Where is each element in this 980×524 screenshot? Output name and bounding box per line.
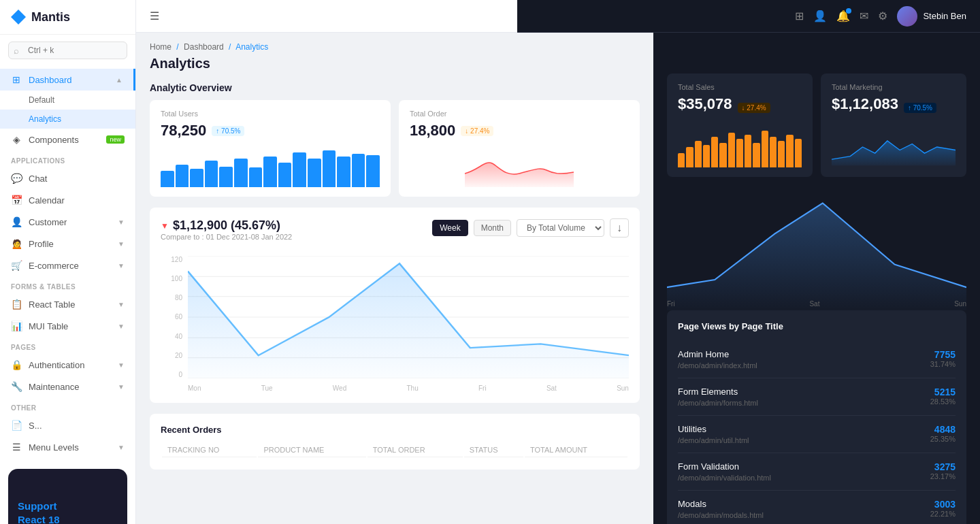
- pv-name-1: Admin Home: [678, 349, 930, 359]
- pv-item-5: Modals /demo/admin/modals.html 3003 22.2…: [678, 491, 956, 524]
- breadcrumb-home[interactable]: Home: [150, 42, 172, 52]
- card-label-order: Total Order: [410, 110, 629, 118]
- pages-label: Pages: [0, 337, 135, 354]
- pv-item-3: Utilities /demo/admin/util.html 4848 25.…: [678, 416, 956, 453]
- x-axis: Mon Tue Wed Thu Fri Sat Sun: [188, 384, 629, 392]
- page-views-section: Page Views by Page Title Admin Home /dem…: [667, 310, 966, 524]
- orders-title: Recent Orders: [161, 425, 629, 435]
- ecommerce-icon: 🛒: [11, 260, 22, 271]
- dark-card-marketing: Total Marketing $1,12,083 ↑ 70.5%: [821, 73, 966, 177]
- sidebar-item-chat[interactable]: 💬 Chat: [0, 167, 135, 189]
- month-button[interactable]: Month: [474, 220, 511, 236]
- chevron-down-icon-8: ▼: [118, 444, 125, 451]
- page-title: Analytics: [136, 54, 653, 80]
- grid-icon[interactable]: ⊞: [795, 10, 804, 22]
- income-compare: Compare to : 01 Dec 2021-08 Jan 2022: [161, 233, 292, 241]
- sidebar-item-menu-levels[interactable]: ☰ Menu Levels ▼: [0, 436, 135, 458]
- pv-name-5: Modals: [678, 499, 930, 509]
- notification-badge: [846, 8, 851, 14]
- dashboard-icon: ⊞: [11, 74, 22, 85]
- sidebar-item-react-table[interactable]: 📋 React Table ▼: [0, 293, 135, 315]
- col-tracking: TRACKING NO: [162, 443, 257, 457]
- sidebar-item-authentication[interactable]: 🔒 Authentication ▼: [0, 354, 135, 376]
- pv-count-3: 4848: [930, 424, 956, 435]
- notification-icon[interactable]: 🔔: [836, 10, 850, 22]
- pv-count-4: 3275: [930, 461, 956, 472]
- col-status: STATUS: [464, 443, 523, 457]
- maintenance-label: Maintenance: [29, 382, 79, 392]
- sidebar-item-default[interactable]: Default: [0, 91, 135, 110]
- pv-count-1: 7755: [930, 349, 956, 360]
- dark-x-axis: Fri Sat Sun: [667, 300, 966, 308]
- pv-url-2: /demo/admin/forms.html: [678, 399, 930, 407]
- search-wrap: [0, 35, 135, 66]
- dark-card-badge-sales: ↓ 27.4%: [738, 103, 770, 113]
- profile-label: Profile: [29, 239, 54, 249]
- analytic-cards: Total Users 78,250 ↑ 70.5%: [136, 100, 653, 208]
- chevron-down-icon-4: ▼: [118, 301, 125, 308]
- income-section: ▼ $1,12,900 (45.67%) Compare to : 01 Dec…: [150, 208, 640, 403]
- pv-url-5: /demo/admin/modals.html: [678, 511, 930, 519]
- income-value: $1,12,900 (45.67%): [173, 218, 280, 233]
- sidebar-item-customer[interactable]: 👤 Customer ▼: [0, 211, 135, 233]
- dark-card-value-marketing: $1,12,083: [832, 95, 898, 113]
- sidebar-item-maintenance[interactable]: 🔧 Maintenance ▼: [0, 376, 135, 397]
- dark-panel-inner: Total Sales $35,078 ↓ 27.4%: [653, 33, 980, 524]
- week-button[interactable]: Week: [432, 220, 468, 236]
- card-badge-users: ↑ 70.5%: [212, 126, 244, 136]
- user-switch-icon[interactable]: 👤: [813, 10, 827, 22]
- customer-label: Customer: [29, 217, 67, 227]
- orders-table: TRACKING NO PRODUCT NAME TOTAL ORDER STA…: [161, 442, 629, 459]
- col-total-order: TOTAL ORDER: [368, 443, 463, 457]
- calendar-icon: 📅: [11, 195, 22, 206]
- sidebar: Mantis ⊞ Dashboard ▲ Default Analytics ◈…: [0, 0, 136, 524]
- pv-item-2: Form Elements /demo/admin/forms.html 521…: [678, 378, 956, 416]
- income-indicator: ▼: [161, 221, 169, 231]
- analytic-overview-title: Analytic Overview: [136, 80, 653, 100]
- dark-card-label-sales: Total Sales: [678, 83, 802, 91]
- mail-icon[interactable]: ✉: [860, 10, 868, 22]
- auth-label: Authentication: [29, 360, 84, 370]
- col-product: PRODUCT NAME: [258, 443, 365, 457]
- support-line1: Support: [18, 500, 118, 513]
- col-amount: TOTAL AMOUNT: [525, 443, 627, 457]
- logo: Mantis: [0, 0, 135, 35]
- card-label-users: Total Users: [161, 110, 380, 118]
- breadcrumb-dashboard[interactable]: Dashboard: [184, 42, 224, 52]
- sidebar-item-profile[interactable]: 🙍 Profile ▼: [0, 233, 135, 255]
- user-avatar: [897, 6, 917, 27]
- settings-icon[interactable]: ⚙: [878, 10, 887, 22]
- right-panel: Total Sales $35,078 ↓ 27.4%: [653, 33, 980, 524]
- pv-name-3: Utilities: [678, 424, 930, 434]
- sidebar-item-ecommerce[interactable]: 🛒 E-commerce ▼: [0, 255, 135, 276]
- main-area: ☰ ⊞ 👤 🔔 ✉ ⚙ Stebin Ben Home / Dashboard …: [136, 0, 980, 524]
- income-chart-svg: [188, 256, 629, 378]
- sidebar-item-sample[interactable]: 📄 S...: [0, 414, 135, 436]
- sidebar-item-components[interactable]: ◈ Components new: [0, 129, 135, 150]
- ecommerce-label: E-commerce: [29, 261, 79, 271]
- profile-icon: 🙍: [11, 238, 22, 249]
- sidebar-item-analytics[interactable]: Analytics: [0, 110, 135, 129]
- topbar: ☰ ⊞ 👤 🔔 ✉ ⚙ Stebin Ben: [136, 0, 980, 33]
- menu-icon: ☰: [11, 442, 22, 453]
- auth-icon: 🔒: [11, 359, 22, 370]
- chat-label: Chat: [29, 174, 47, 184]
- support-badge[interactable]: Support React 18: [8, 469, 127, 524]
- hamburger-button[interactable]: ☰: [150, 10, 159, 22]
- pv-count-2: 5215: [930, 387, 956, 397]
- sidebar-item-mui-table[interactable]: 📊 MUI Table ▼: [0, 315, 135, 337]
- volume-select[interactable]: By Total Volume: [517, 219, 604, 237]
- components-label: Components: [29, 135, 79, 145]
- pv-count-5: 3003: [930, 499, 956, 510]
- dark-analytic-cards: Total Sales $35,078 ↓ 27.4%: [653, 33, 980, 188]
- sidebar-item-dashboard[interactable]: ⊞ Dashboard ▲: [0, 69, 135, 91]
- user-profile[interactable]: Stebin Ben: [897, 6, 966, 27]
- download-button[interactable]: ↓: [610, 218, 629, 238]
- chevron-down-icon: ▼: [118, 218, 125, 226]
- pv-pct-4: 23.17%: [930, 472, 956, 480]
- search-input[interactable]: [8, 42, 127, 59]
- pv-name-4: Form Validation: [678, 461, 930, 472]
- page-views-title: Page Views by Page Title: [678, 321, 956, 331]
- calendar-label: Calendar: [29, 195, 65, 206]
- sidebar-item-calendar[interactable]: 📅 Calendar: [0, 189, 135, 211]
